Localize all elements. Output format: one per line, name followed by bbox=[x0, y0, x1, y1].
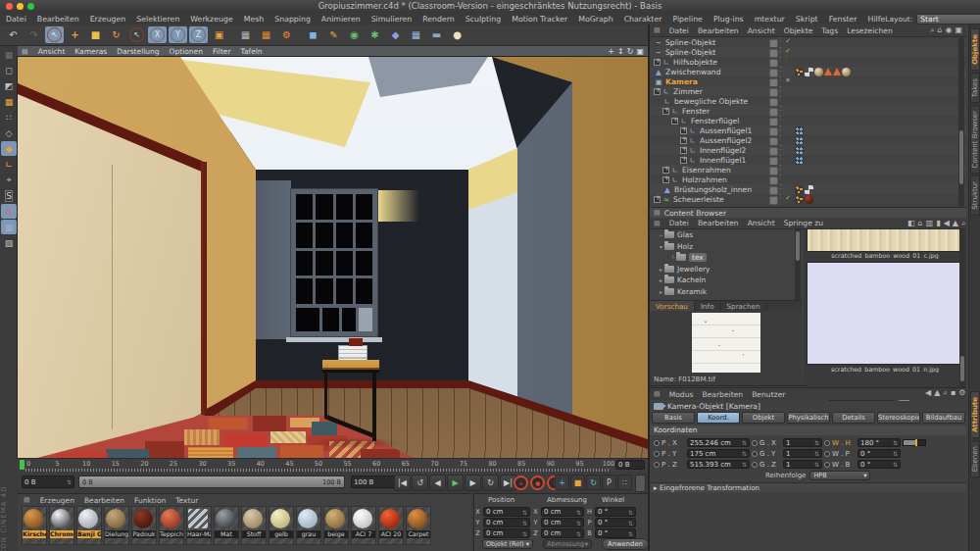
visibility-dots-icon[interactable]: ⁚ bbox=[779, 144, 781, 152]
attribute-tab-physikalisch[interactable]: Physikalisch bbox=[787, 412, 830, 424]
rotate-view-icon[interactable]: ↻ bbox=[627, 47, 634, 56]
coord-size-field[interactable]: 0 cm⇅ bbox=[541, 528, 584, 538]
texture-thumbnail-normal-map[interactable] bbox=[807, 262, 961, 365]
material-carpet[interactable]: Carpet bbox=[406, 506, 431, 545]
texture-preview-image[interactable] bbox=[692, 313, 760, 373]
expand-icon[interactable] bbox=[662, 167, 669, 174]
texture-thumbnail-bamboo[interactable] bbox=[807, 229, 964, 252]
keyframe-dot-icon[interactable] bbox=[654, 462, 660, 468]
expand-icon[interactable] bbox=[680, 127, 687, 134]
material-gelb[interactable]: gelb bbox=[269, 506, 294, 545]
folder-row-tex[interactable]: └tex bbox=[650, 252, 802, 264]
menu-skript[interactable]: Skript bbox=[796, 15, 818, 24]
lock-z-axis-icon[interactable]: Z bbox=[189, 26, 208, 43]
checker-tag-icon[interactable] bbox=[805, 68, 813, 76]
menu-sculpting[interactable]: Sculpting bbox=[466, 15, 501, 24]
om-menu-objekte[interactable]: Objekte bbox=[784, 26, 813, 35]
keyframe-dot-icon[interactable] bbox=[752, 462, 758, 468]
object-row-kamera[interactable]: ▣Kamera⁚✕ bbox=[650, 76, 966, 86]
material-menu-textur[interactable]: Textur bbox=[175, 496, 198, 505]
viewport-menu-ansicht[interactable]: Ansicht bbox=[38, 47, 66, 56]
search-icon[interactable]: ⌕ bbox=[943, 388, 947, 398]
edges-mode-icon[interactable]: ◇ bbox=[1, 125, 17, 140]
side-tab-ebenen[interactable]: Ebenen bbox=[970, 440, 980, 477]
workplane-rotate-icon[interactable]: ▨ bbox=[1, 235, 17, 250]
pan-view-icon[interactable]: + bbox=[608, 47, 614, 56]
material-haar-ma[interactable]: Haar-Ma bbox=[186, 506, 212, 545]
menu-mograph[interactable]: MoGraph bbox=[578, 15, 612, 24]
menu-mtextur[interactable]: mtextur bbox=[755, 15, 785, 24]
viewport-menu-filter[interactable]: Filter bbox=[213, 47, 231, 56]
viewport-menu-darstellung[interactable]: Darstellung bbox=[117, 47, 159, 56]
search-icon[interactable]: ⌕ bbox=[930, 25, 934, 35]
panel-icon[interactable]: ▣ bbox=[955, 25, 962, 35]
key-scale-toggle[interactable]: ■ bbox=[570, 475, 585, 490]
visibility-dots-icon[interactable]: ⁚ bbox=[779, 125, 781, 132]
material-banji-gl[interactable]: Banji Gl. bbox=[76, 506, 102, 545]
frozen-transform-section[interactable]: ▸ Eingefrorene Transformation bbox=[650, 482, 966, 492]
toggle-view-icon[interactable]: ▣ bbox=[636, 47, 644, 56]
viewport-menu-kameras[interactable]: Kameras bbox=[74, 47, 107, 56]
menu-motion-tracker[interactable]: Motion Tracker bbox=[512, 15, 567, 24]
material-grau[interactable]: grau bbox=[296, 506, 321, 545]
folder-row-kacheln[interactable]: ▸Kacheln bbox=[650, 275, 802, 286]
om-menu-ansicht[interactable]: Ansicht bbox=[748, 26, 775, 35]
menu-selektieren[interactable]: Selektieren bbox=[136, 15, 179, 24]
keyframe-dot-icon[interactable] bbox=[824, 440, 830, 446]
play-reverse-button[interactable]: ↺ bbox=[412, 475, 428, 491]
bookmark-icon[interactable]: ▮ bbox=[936, 219, 940, 228]
side-tab-objekte[interactable]: Objekte bbox=[970, 28, 980, 71]
visibility-dots-icon[interactable]: ⁚ bbox=[779, 174, 781, 181]
bluedots-tag-icon[interactable] bbox=[795, 126, 804, 135]
checker-tag-icon[interactable] bbox=[805, 185, 813, 194]
stepper-icon[interactable]: ⇅ bbox=[67, 478, 72, 485]
visibility-dots-icon[interactable]: ⁚ bbox=[779, 37, 781, 44]
menu-fenster[interactable]: Fenster bbox=[829, 15, 858, 24]
w-value-field[interactable]: 0 °⇅ bbox=[858, 449, 901, 458]
folder-tree-scrollbar[interactable] bbox=[795, 229, 801, 300]
p-value-field[interactable]: 175 cm⇅ bbox=[687, 449, 750, 458]
snapping-toggle-icon[interactable]: ∪ bbox=[1, 204, 17, 219]
folder-row-jewellery[interactable]: ▸Jewellery bbox=[650, 264, 802, 276]
tree-marker-icon[interactable]: ▾ bbox=[658, 243, 664, 250]
phong-tag-icon[interactable] bbox=[795, 68, 804, 76]
add-cube-object-icon[interactable]: ◼ bbox=[304, 26, 322, 43]
play-forward-button[interactable]: ▶ bbox=[447, 475, 464, 491]
tree-marker-icon[interactable]: ▸ bbox=[658, 266, 664, 273]
menu-snapping[interactable]: Snapping bbox=[274, 15, 311, 24]
object-row-fensterflügel[interactable]: ∟Fensterflügel⁚ bbox=[650, 116, 966, 125]
menu-hilfe[interactable]: Hilfe bbox=[868, 15, 886, 24]
add-spline-pen-icon[interactable]: ✎ bbox=[324, 26, 343, 43]
om-menu-tags[interactable]: Tags bbox=[821, 26, 838, 35]
add-environment-icon[interactable]: ▦ bbox=[407, 26, 425, 43]
visibility-dots-icon[interactable]: ⁚ bbox=[779, 66, 781, 74]
object-row-hilfsobjekte[interactable]: ∟Hilfsobjekte⁚⁚ bbox=[650, 57, 966, 67]
up-icon[interactable]: ▲ bbox=[934, 388, 940, 398]
expand-icon[interactable] bbox=[662, 176, 669, 183]
coord-size-field[interactable]: 0 cm⇅ bbox=[541, 518, 584, 527]
material-menu-funktion[interactable]: Funktion bbox=[134, 496, 166, 505]
am-menu-benutzer[interactable]: Benutzer bbox=[752, 390, 785, 399]
visibility-dots-icon[interactable]: ⁚ bbox=[779, 95, 781, 103]
viewport-solo-icon[interactable]: ⌖ bbox=[1, 173, 17, 187]
menu-pipeline[interactable]: Pipeline bbox=[672, 15, 703, 24]
menu-werkzeuge[interactable]: Werkzeuge bbox=[190, 15, 232, 24]
expand-icon[interactable] bbox=[680, 147, 687, 154]
expand-icon[interactable] bbox=[654, 59, 661, 66]
visibility-dots-icon[interactable]: ⁚ bbox=[779, 56, 781, 64]
object-row-innenflügel1[interactable]: ∟Innenflügel1⁚ bbox=[650, 155, 966, 165]
am-menu-bearbeiten[interactable]: Bearbeiten bbox=[702, 390, 743, 399]
keyframe-dot-icon[interactable] bbox=[654, 440, 660, 446]
render-settings-icon[interactable]: ⚙ bbox=[277, 26, 296, 43]
layer-chip-icon[interactable] bbox=[769, 196, 778, 205]
folder-row-glas[interactable]: −Glas bbox=[650, 229, 802, 241]
add-camera-icon[interactable]: ▬ bbox=[427, 26, 446, 43]
coord-position-field[interactable]: 0 cm⇅ bbox=[483, 518, 530, 527]
keyframe-dot-icon[interactable] bbox=[752, 440, 758, 446]
object-row-bewegliche-objekte[interactable]: ∟bewegliche Objekte⁚ bbox=[650, 96, 966, 106]
w-value-field[interactable]: 180 °⇅ bbox=[858, 438, 901, 447]
om-menu-datei[interactable]: Datei bbox=[669, 26, 689, 35]
attribute-tab-basis[interactable]: Basis bbox=[652, 412, 695, 424]
tree-marker-icon[interactable]: └ bbox=[669, 254, 676, 261]
visibility-dots-icon[interactable]: ⁚ bbox=[779, 193, 781, 201]
